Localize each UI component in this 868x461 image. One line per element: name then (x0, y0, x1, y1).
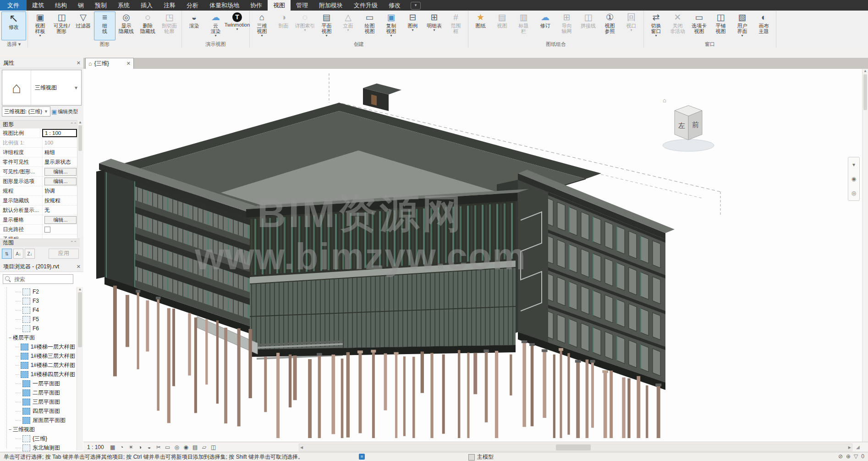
reveal-hidden-elements-icon[interactable]: ◉ (182, 444, 190, 451)
collapse-icon[interactable]: ⌃⌃ (70, 121, 77, 128)
ribbon-button-plan-view[interactable]: ▤平面 视图▾ (316, 11, 337, 40)
properties-scrollbar[interactable]: ▲ (77, 120, 83, 238)
ribbon-button-modify-cursor[interactable]: ↖修改 (1, 11, 26, 40)
temporary-view-properties-icon[interactable]: ▤ (191, 444, 199, 451)
tree-item-东北轴测图[interactable]: 东北轴测图 (0, 443, 75, 452)
ribbon-button-render[interactable]: ◒渲染 (183, 11, 205, 40)
ribbon-group-label[interactable]: 窗口 (645, 41, 775, 48)
menu-tab-结构[interactable]: 结构 (49, 0, 72, 11)
menu-tab-体量和场地[interactable]: 体量和场地 (204, 0, 245, 11)
browser-scrollbar[interactable]: ▲ (77, 287, 83, 450)
design-option-selector[interactable]: 主模型 (468, 453, 494, 461)
ribbon-button-revision-cloud[interactable]: ☁修订 (534, 11, 556, 40)
ribbon-button-view-template[interactable]: ▣视图 样板▾ (29, 11, 51, 40)
property-value[interactable]: 按规程 (44, 197, 60, 204)
ribbon-display-toggle-icon[interactable]: ▾ (411, 2, 421, 10)
selection-filter-icon[interactable]: ▽ (854, 453, 858, 460)
search-input[interactable] (3, 274, 73, 284)
show-constraints-icon[interactable]: ◫ (209, 444, 218, 451)
ribbon-button-remove-hidden-lines[interactable]: ◌删除 隐藏线 (137, 11, 159, 40)
ribbon-button-duplicate-view[interactable]: ▣复制 视图▾ (380, 11, 402, 40)
ribbon-button-canvas-theme[interactable]: ◐画布 主题 (753, 11, 775, 40)
edit-button[interactable]: 编辑... (44, 178, 77, 185)
ribbon-button-visibility-graphics[interactable]: ◫可见性/ 图形 (51, 11, 72, 40)
tree-item-F2[interactable]: F2 (0, 287, 75, 296)
ribbon-button-thin-lines[interactable]: ≡细 线 (94, 11, 115, 40)
apply-button[interactable]: 应用 (49, 249, 79, 259)
tree-item-1#楼梯四层大样图[interactable]: 1#楼梯四层大样图 (0, 370, 75, 379)
menu-tab-插入[interactable]: 插入 (135, 0, 158, 11)
menu-tab-建筑[interactable]: 建筑 (27, 0, 49, 11)
tree-item-一层平面图[interactable]: 一层平面图 (0, 379, 75, 388)
tree-item-三层平面图[interactable]: 三层平面图 (0, 397, 75, 406)
menu-tab-分析[interactable]: 分析 (181, 0, 204, 11)
ribbon-button-schedule[interactable]: ⊞明细表▾ (423, 11, 445, 40)
tree-item-F3[interactable]: F3 (0, 296, 75, 305)
ribbon-group-label[interactable]: 创建 (251, 41, 467, 48)
show-crop-region-icon[interactable]: ▭ (164, 444, 172, 451)
tree-item-1#楼梯三层大样图[interactable]: 1#楼梯三层大样图 (0, 351, 75, 361)
ribbon-button-view-reference[interactable]: ①视图 参照 (599, 11, 621, 40)
tree-item-F5[interactable]: F5 (0, 315, 75, 324)
ribbon-group-label[interactable]: 图形 (29, 41, 180, 48)
edit-button[interactable]: 编辑... (44, 168, 77, 176)
detail-level-icon[interactable]: ▦ (109, 444, 117, 451)
tree-item-1#楼梯二层大样图[interactable]: 1#楼梯二层大样图 (0, 361, 75, 370)
tree-item-三维视图[interactable]: −三维视图 (0, 425, 75, 434)
tree-item-屋面层平面图[interactable]: 屋面层平面图 (0, 416, 75, 425)
property-value[interactable]: 1 : 100 (42, 129, 77, 137)
ribbon-group-label[interactable]: 图纸组合 (470, 41, 642, 48)
tree-item-二层平面图[interactable]: 二层平面图 (0, 388, 75, 397)
edit-type-button[interactable]: ▣ 编辑类型 (51, 106, 81, 117)
viewcube-compass[interactable] (663, 139, 714, 151)
tree-item-{三维}[interactable]: {三维} (0, 434, 75, 443)
ribbon-button-switch-windows[interactable]: ⇄切换 窗口▾ (645, 11, 667, 40)
tree-item-1#楼梯一层大样图[interactable]: 1#楼梯一层大样图 (0, 342, 75, 351)
section-header-scope[interactable]: 范围⌃⌃ (0, 239, 80, 247)
menu-tab-协作[interactable]: 协作 (245, 0, 268, 11)
tree-item-楼层平面[interactable]: −楼层平面 (0, 333, 75, 342)
menu-tab-修改[interactable]: 修改 (383, 0, 406, 11)
view-scale-button[interactable]: 1 : 100 (83, 444, 109, 450)
menu-tab-预制[interactable]: 预制 (89, 0, 112, 11)
press-drag-icon[interactable]: ⊕ (846, 453, 851, 460)
shadows-icon[interactable]: ◑ (136, 444, 144, 451)
tree-expander-icon[interactable]: − (7, 335, 13, 340)
menu-tab-管理[interactable]: 管理 (291, 0, 313, 11)
ribbon-button-user-interface[interactable]: ▧用户 界面▾ (731, 11, 753, 40)
tree-item-F6[interactable]: F6 (0, 324, 75, 333)
ribbon-group-label[interactable]: 演示视图 (183, 41, 248, 48)
horizontal-scrollbar[interactable]: ◀▶ (299, 444, 852, 451)
crop-view-icon[interactable]: ✂ (154, 444, 163, 451)
ribbon-button-cloud-render[interactable]: ☁云 渲染▾ (205, 11, 226, 40)
property-value[interactable]: 无 (44, 207, 50, 214)
view-cube[interactable]: ⌂ 左 前 (660, 94, 720, 158)
collapse-icon[interactable]: ⌃⌃ (70, 239, 77, 247)
sort-descending-icon[interactable]: Z↓ (25, 249, 35, 259)
menu-tab-文件升级[interactable]: 文件升级 (348, 0, 383, 11)
drawing-area[interactable]: BIM资源网 www.bimzyw.com ⌂ 左 前 ▾ ◉ ◎ ▲ (83, 69, 868, 442)
close-icon[interactable]: ✕ (77, 261, 81, 272)
edit-button[interactable]: 编辑... (44, 216, 77, 224)
ribbon-button-show-hidden-lines[interactable]: ◎显示 隐藏线 (115, 11, 137, 40)
property-value[interactable]: 协调 (44, 188, 55, 194)
close-icon[interactable]: ✕ (77, 58, 81, 68)
type-selector[interactable]: ⌂ 三维视图 ▼ (2, 70, 82, 106)
menu-tab-视图[interactable]: 视图 (268, 0, 291, 11)
ribbon-button-default-3d-view[interactable]: ⌂三维 视图▾ (251, 11, 273, 40)
ribbon-button-sheet[interactable]: ★图纸 (470, 11, 491, 40)
view-tab-3d[interactable]: ⌂ {三维} ✕ (85, 58, 134, 69)
navbar-collapse-icon[interactable]: ▾ (852, 161, 855, 168)
tree-item-F4[interactable]: F4 (0, 305, 75, 315)
menu-tab-注释[interactable]: 注释 (158, 0, 181, 11)
show-analytical-model-icon[interactable]: ▱ (200, 444, 209, 451)
section-header-graphics[interactable]: 图形⌃⌃ (0, 120, 80, 129)
close-icon[interactable]: ✕ (126, 61, 131, 67)
sun-path-icon[interactable]: ☀ (127, 444, 135, 451)
worksharing-status-icon[interactable]: ≡ (359, 454, 365, 460)
ribbon-button-drafting-view[interactable]: ▭绘图 视图 (359, 11, 380, 40)
viewcube-home-icon[interactable]: ⌂ (663, 97, 666, 104)
tree-expander-icon[interactable]: − (7, 427, 13, 432)
resize-grip[interactable]: ◢ (856, 444, 864, 450)
tree-item-四层平面图[interactable]: 四层平面图 (0, 406, 75, 416)
